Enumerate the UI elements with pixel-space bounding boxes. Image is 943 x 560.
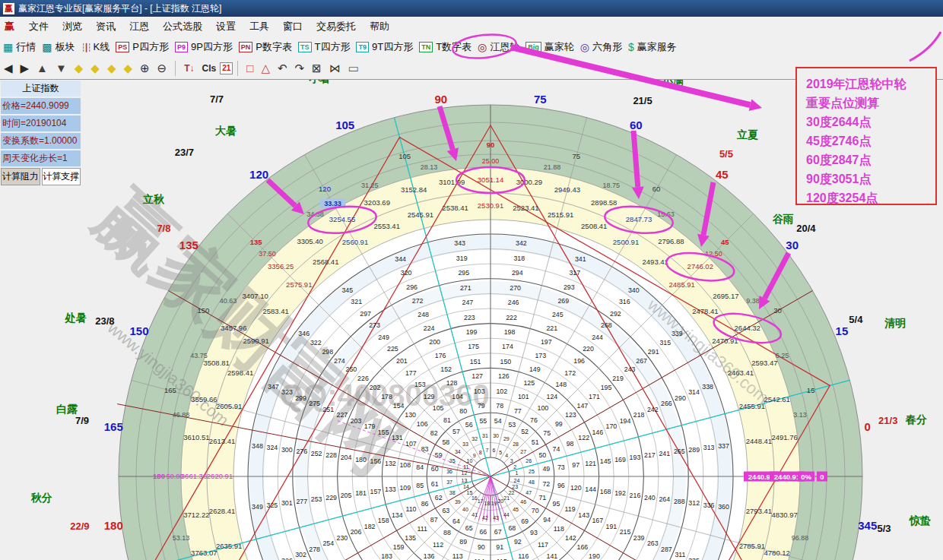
- svg-text:28.13: 28.13: [421, 163, 438, 171]
- svg-text:198: 198: [504, 328, 516, 336]
- svg-text:45: 45: [721, 238, 729, 246]
- toolbar-gann-wheel-button[interactable]: ◎江恩轮: [478, 40, 519, 54]
- toolbar-hexagon-button[interactable]: ◎六角形: [580, 40, 622, 54]
- toolbar-p-table-button[interactable]: PNP数字表: [239, 40, 292, 54]
- toolbar-quotes-button[interactable]: ▦行情: [3, 40, 36, 54]
- forward-icon[interactable]: ▶: [21, 59, 30, 78]
- calc-resistance-button[interactable]: 计算阻力: [1, 168, 40, 185]
- svg-text:5/5: 5/5: [719, 148, 733, 160]
- svg-text:37.50: 37.50: [259, 250, 276, 258]
- svg-text:248: 248: [418, 311, 429, 318]
- toolbar-winner-service-button[interactable]: $赢家服务: [628, 40, 677, 54]
- triangle-tool-icon[interactable]: △: [261, 59, 270, 78]
- svg-text:60: 60: [431, 465, 439, 473]
- svg-text:0%: 0%: [801, 473, 811, 481]
- menu-4[interactable]: 公式选股: [156, 20, 209, 33]
- svg-text:3661.36: 3661.36: [181, 472, 207, 480]
- 9t-square-icon: T9: [356, 42, 369, 52]
- move-right-icon[interactable]: ◆: [90, 59, 100, 78]
- svg-text:101: 101: [518, 393, 529, 400]
- svg-text:96.88: 96.88: [792, 534, 809, 542]
- zoom-in-icon[interactable]: ⊕: [140, 59, 150, 78]
- toolbar-kline-button[interactable]: ┆┃┆K线: [81, 40, 110, 54]
- toolbar-p-square-button[interactable]: PSP四方形: [116, 40, 169, 54]
- svg-text:180: 180: [355, 456, 367, 464]
- sectors-label: 板块: [55, 40, 75, 54]
- svg-text:253: 253: [311, 495, 322, 503]
- move-left-icon[interactable]: ◆: [75, 59, 84, 78]
- toolbar-t-table-button[interactable]: TNT数字表: [419, 40, 472, 54]
- rotate-cw-icon[interactable]: ↷: [295, 59, 305, 78]
- svg-text:3000.29: 3000.29: [516, 178, 542, 186]
- svg-text:36: 36: [446, 469, 452, 474]
- svg-text:2470.91: 2470.91: [712, 337, 738, 345]
- menu-6[interactable]: 工具: [243, 20, 276, 33]
- svg-text:221: 221: [546, 324, 557, 332]
- up-mark-icon[interactable]: ▲: [37, 59, 48, 78]
- svg-text:52: 52: [521, 428, 529, 435]
- svg-text:2785.91: 2785.91: [739, 542, 765, 550]
- back-icon[interactable]: ◀: [4, 59, 13, 78]
- menu-0[interactable]: 文件: [22, 20, 56, 33]
- toolbar-9p-square-button[interactable]: P99P四方形: [175, 40, 233, 54]
- screen-icon[interactable]: ▭: [348, 59, 359, 78]
- svg-text:90: 90: [478, 543, 485, 551]
- svg-text:217: 217: [644, 451, 656, 459]
- application-window: 赢 赢家江恩专业版[赢家服务平台] - [上证指数 江恩轮] 赢 文件浏览资讯江…: [0, 0, 943, 560]
- calendar-icon[interactable]: 21: [220, 62, 233, 74]
- hexagon-icon: ◎: [580, 41, 589, 53]
- svg-text:88: 88: [443, 529, 451, 536]
- svg-text:128: 128: [446, 379, 458, 387]
- cls-icon[interactable]: Cls: [202, 59, 217, 78]
- svg-text:315: 315: [659, 339, 671, 346]
- menu-1[interactable]: 浏览: [56, 20, 89, 33]
- svg-text:31.25: 31.25: [361, 182, 379, 189]
- toolbar-winner-wheel-button[interactable]: Big赢家轮: [525, 40, 574, 54]
- svg-text:89: 89: [459, 538, 467, 546]
- move-up-icon[interactable]: ◆: [107, 59, 116, 78]
- svg-text:2545.91: 2545.91: [408, 210, 433, 219]
- zoom-out-icon[interactable]: ⊖: [157, 59, 167, 78]
- quotes-icon: ▦: [3, 41, 13, 53]
- svg-text:2635.91: 2635.91: [216, 542, 242, 550]
- svg-text:2542.61: 2542.61: [764, 395, 790, 403]
- clear-box-icon[interactable]: ⊠: [312, 59, 322, 78]
- svg-text:171: 171: [589, 393, 600, 400]
- svg-text:228: 228: [325, 451, 337, 459]
- height-adjust-icon[interactable]: T↓: [184, 59, 194, 78]
- svg-text:150: 150: [197, 306, 209, 315]
- move-down-icon[interactable]: ◆: [123, 59, 132, 78]
- menu-3[interactable]: 江恩: [122, 20, 156, 33]
- svg-text:124: 124: [546, 393, 557, 400]
- toolbar-t-square-button[interactable]: TST四方形: [298, 40, 350, 54]
- svg-text:3559.66: 3559.66: [191, 395, 217, 403]
- window-title: 赢家江恩专业版[赢家服务平台] - [上证指数 江恩轮]: [18, 2, 221, 15]
- svg-text:23: 23: [512, 484, 518, 489]
- menu-8[interactable]: 交易委托: [310, 20, 363, 33]
- svg-text:25: 25: [529, 469, 535, 474]
- winner-wheel-label: 赢家轮: [545, 40, 574, 54]
- svg-text:270: 270: [510, 284, 521, 292]
- svg-text:30: 30: [786, 239, 799, 252]
- menu-5[interactable]: 设置: [209, 20, 243, 33]
- svg-text:320: 320: [401, 269, 412, 277]
- svg-text:20: 20: [497, 498, 503, 504]
- menu-7[interactable]: 窗口: [276, 20, 310, 33]
- toolbar-sectors-button[interactable]: ▩板块: [42, 40, 75, 54]
- menu-9[interactable]: 帮助: [363, 20, 396, 33]
- svg-text:275: 275: [309, 400, 320, 407]
- svg-text:42: 42: [482, 515, 488, 520]
- toolbar-9t-square-button[interactable]: T99T四方形: [356, 40, 413, 54]
- svg-text:194: 194: [620, 417, 631, 425]
- rotate-ccw-icon[interactable]: ↶: [278, 59, 287, 78]
- fit-icon[interactable]: ⋈: [329, 59, 341, 78]
- calc-support-button[interactable]: 计算支撑: [42, 168, 81, 185]
- svg-text:158: 158: [378, 517, 389, 524]
- svg-text:166: 166: [577, 543, 589, 551]
- svg-text:200: 200: [429, 338, 440, 346]
- menu-2[interactable]: 资讯: [89, 20, 122, 33]
- svg-text:203: 203: [351, 417, 362, 425]
- square-tool-icon[interactable]: □: [246, 59, 253, 78]
- down-mark-icon[interactable]: ▼: [56, 59, 67, 78]
- svg-text:219: 219: [612, 375, 624, 382]
